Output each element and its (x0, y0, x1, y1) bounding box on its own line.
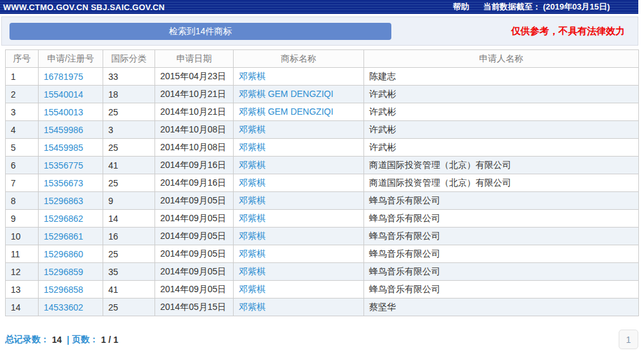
trademark-name-link[interactable]: 邓紫棋 (239, 266, 265, 276)
row-index: 13 (6, 281, 39, 299)
intl-class: 33 (103, 68, 155, 86)
registration-number-link[interactable]: 16781975 (44, 72, 83, 82)
registration-number-link[interactable]: 15296859 (44, 267, 83, 277)
application-date: 2014年09月16日 (155, 174, 234, 192)
result-count-button[interactable]: 检索到14件商标 (9, 23, 391, 40)
row-index: 1 (6, 68, 39, 86)
intl-class: 41 (103, 281, 155, 299)
trademark-name-link[interactable]: 邓紫棋 (239, 124, 265, 134)
intl-class: 14 (103, 210, 155, 228)
table-row: 41545998632014年10月08日邓紫棋许武彬 (6, 121, 639, 139)
trademark-name-link[interactable]: 邓紫棋 (239, 177, 265, 188)
application-date: 2015年04月23日 (155, 68, 234, 86)
results-table: 序号 申请/注册号 国际分类 申请日期 商标名称 申请人名称 116781975… (5, 49, 639, 316)
trademark-name-link[interactable]: 邓紫棋 GEM DENGZIQI (239, 89, 333, 99)
table-row: 215540014182014年10月21日邓紫棋 GEM DENGZIQI许武… (6, 86, 639, 103)
application-date: 2014年05月15日 (155, 299, 234, 316)
application-date: 2014年09月05日 (155, 245, 234, 263)
registration-number-link[interactable]: 15296863 (44, 196, 83, 206)
trademark-name-link[interactable]: 邓紫棋 (239, 195, 265, 205)
applicant-name: 蔡坚华 (364, 299, 639, 316)
application-date: 2014年10月21日 (155, 86, 234, 103)
pages-value: 1 / 1 (101, 335, 118, 345)
row-index: 8 (6, 192, 39, 210)
applicant-name: 陈建志 (364, 68, 639, 86)
row-index: 9 (6, 210, 39, 228)
applicant-name: 蜂鸟音乐有限公司 (364, 263, 639, 281)
applicant-name: 蜂鸟音乐有限公司 (364, 245, 639, 263)
column-header-trademark-name: 商标名称 (234, 50, 364, 68)
topbar: WWW.CTMO.GOV.CN SBJ.SAIC.GOV.CN 帮助 当前数据截… (0, 0, 638, 14)
registration-number-link[interactable]: 14533602 (44, 302, 83, 312)
application-date: 2014年10月08日 (155, 121, 234, 139)
intl-class: 25 (103, 299, 155, 316)
registration-number-link[interactable]: 15459985 (44, 143, 83, 153)
site-title: WWW.CTMO.GOV.CN SBJ.SAIC.GOV.CN (3, 3, 165, 12)
registration-number-link[interactable]: 15296861 (44, 231, 83, 241)
trademark-name-link[interactable]: 邓紫棋 (239, 302, 265, 312)
table-row: 615356775412014年09月16日邓紫棋商道国际投资管理（北京）有限公… (6, 157, 639, 174)
table-row: 315540013252014年10月21日邓紫棋 GEM DENGZIQI许武… (6, 103, 639, 121)
column-header-applicant-name: 申请人名称 (364, 50, 639, 68)
page-1-button[interactable]: 1 (619, 330, 638, 349)
application-date: 2014年10月21日 (155, 103, 234, 121)
intl-class: 35 (103, 263, 155, 281)
pagination-footer: 总记录数： 14 | 页数： 1 / 1 1 (5, 330, 638, 350)
application-date: 2014年09月05日 (155, 228, 234, 245)
pages-label: 页数： (72, 334, 99, 345)
application-date: 2014年09月05日 (155, 281, 234, 299)
registration-number-link[interactable]: 15296862 (44, 214, 83, 224)
application-date: 2014年10月08日 (155, 139, 234, 157)
row-index: 11 (6, 245, 39, 263)
applicant-name: 许武彬 (364, 103, 639, 121)
trademark-name-link[interactable]: 邓紫棋 (239, 231, 265, 241)
registration-number-link[interactable]: 15296858 (44, 285, 83, 295)
registration-number-link[interactable]: 15540014 (44, 89, 83, 100)
application-date: 2014年09月05日 (155, 192, 234, 210)
trademark-name-link[interactable]: 邓紫棋 (239, 160, 265, 170)
table-row: 1015296861162014年09月05日邓紫棋蜂鸟音乐有限公司 (6, 228, 639, 245)
column-header-application-date: 申请日期 (155, 50, 234, 68)
application-date: 2014年09月05日 (155, 263, 234, 281)
table-row: 515459985252014年10月08日邓紫棋许武彬 (6, 139, 639, 157)
application-date: 2014年09月16日 (155, 157, 234, 174)
trademark-name-link[interactable]: 邓紫棋 (239, 213, 265, 223)
table-row: 1315296858412014年09月05日邓紫棋蜂鸟音乐有限公司 (6, 281, 639, 299)
registration-number-link[interactable]: 15356775 (44, 160, 83, 170)
intl-class: 18 (103, 86, 155, 103)
help-link[interactable]: 帮助 (453, 1, 469, 13)
footer-separator: | (67, 335, 70, 345)
intl-class: 25 (103, 139, 155, 157)
applicant-name: 蜂鸟音乐有限公司 (364, 192, 639, 210)
row-index: 2 (6, 86, 39, 103)
trademark-name-link[interactable]: 邓紫棋 (239, 71, 265, 81)
results-panel: 检索到14件商标 仅供参考，不具有法律效力 (1, 16, 638, 46)
applicant-name: 许武彬 (364, 121, 639, 139)
registration-number-link[interactable]: 15540013 (44, 107, 83, 117)
row-index: 14 (6, 299, 39, 316)
column-header-index: 序号 (6, 50, 39, 68)
intl-class: 25 (103, 245, 155, 263)
table-row: 715356673252014年09月16日邓紫棋商道国际投资管理（北京）有限公… (6, 174, 639, 192)
table-row: 1414533602252014年05月15日邓紫棋蔡坚华 (6, 299, 639, 316)
trademark-name-link[interactable]: 邓紫棋 (239, 248, 265, 259)
intl-class: 25 (103, 103, 155, 121)
trademark-name-link[interactable]: 邓紫棋 (239, 142, 265, 152)
applicant-name: 商道国际投资管理（北京）有限公司 (364, 174, 639, 192)
trademark-name-link[interactable]: 邓紫棋 (239, 284, 265, 294)
data-cutoff-text: 当前数据截至： (2019年03月15日) (483, 1, 610, 13)
registration-number-link[interactable]: 15459986 (44, 125, 83, 135)
table-row: 915296862142014年09月05日邓紫棋蜂鸟音乐有限公司 (6, 210, 639, 228)
trademark-name-link[interactable]: 邓紫棋 GEM DENGZIQI (239, 106, 333, 117)
applicant-name: 商道国际投资管理（北京）有限公司 (364, 157, 639, 174)
applicant-name: 许武彬 (364, 86, 639, 103)
registration-number-link[interactable]: 15296860 (44, 249, 83, 259)
intl-class: 25 (103, 174, 155, 192)
row-index: 4 (6, 121, 39, 139)
applicant-name: 许武彬 (364, 139, 639, 157)
registration-number-link[interactable]: 15356673 (44, 178, 83, 188)
row-index: 12 (6, 263, 39, 281)
intl-class: 9 (103, 192, 155, 210)
total-records-label: 总记录数： (5, 334, 49, 345)
row-index: 6 (6, 157, 39, 174)
